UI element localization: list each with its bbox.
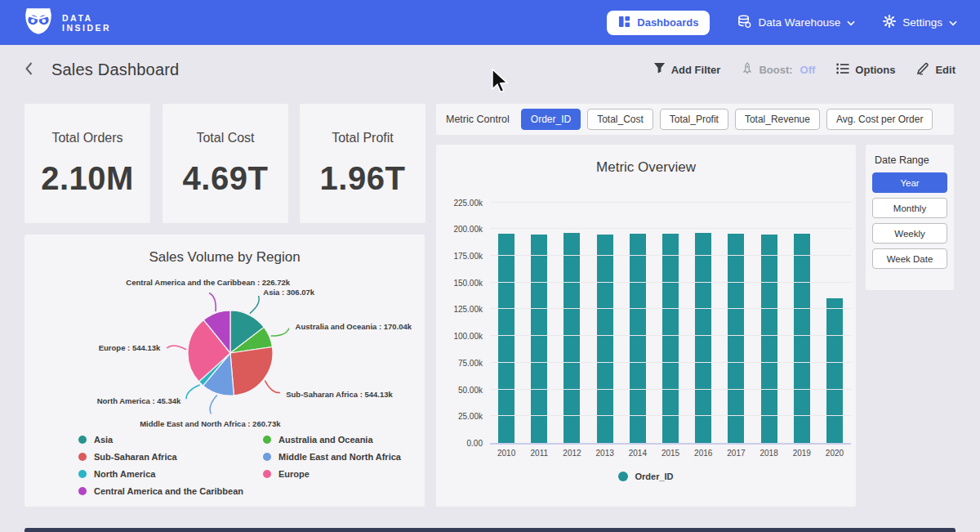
page-header: Sales Dashboard Add Filter Boost: Off xyxy=(0,45,980,94)
bar-slot xyxy=(719,197,752,443)
metric-option-total-profit[interactable]: Total_Profit xyxy=(660,109,728,130)
x-tick-2015: 2015 xyxy=(654,449,687,458)
legend-item-central-america-and-the-caribbean[interactable]: Central America and the Caribbean xyxy=(78,486,263,496)
legend-label: Australia and Oceania xyxy=(278,435,373,445)
boost-toggle[interactable]: Boost: Off xyxy=(742,62,815,77)
bar-slot xyxy=(654,197,687,443)
add-filter-button[interactable]: Add Filter xyxy=(653,62,721,77)
bar-2017[interactable] xyxy=(728,234,744,443)
brand-line2: INSIDER xyxy=(62,23,111,33)
metric-control-bar: Metric Control Order_IDTotal_CostTotal_P… xyxy=(436,104,954,135)
y-axis-tick: 50.00k xyxy=(458,385,483,394)
pie-callout-sub-saharan-africa: Sub-Saharan Africa : 544.13k xyxy=(286,390,393,399)
pie-callout-australia-and-oceania: Australia and Oceania : 170.04k xyxy=(296,322,412,331)
x-tick-2013: 2013 xyxy=(589,449,621,458)
options-button[interactable]: Options xyxy=(836,63,895,77)
x-tick-2011: 2011 xyxy=(523,449,555,458)
legend-label: North America xyxy=(94,469,155,479)
bar-2018[interactable] xyxy=(761,235,777,443)
chevron-left-icon xyxy=(24,62,33,78)
metric-options: Order_IDTotal_CostTotal_ProfitTotal_Reve… xyxy=(521,109,933,130)
bar-slot xyxy=(687,197,719,443)
metric-option-total-cost[interactable]: Total_Cost xyxy=(587,109,653,130)
x-tick-2018: 2018 xyxy=(753,449,786,458)
header-actions: Add Filter Boost: Off xyxy=(653,62,956,78)
bar-2013[interactable] xyxy=(597,235,613,443)
legend-label: Asia xyxy=(94,435,113,445)
legend-item-europe[interactable]: Europe xyxy=(263,469,401,479)
legend-dot xyxy=(78,487,87,495)
bar-chart-plot: 225.00k200.00k175.00k150.00k125.00k100.0… xyxy=(490,197,851,445)
pie-slice-sub-saharan-africa[interactable] xyxy=(230,347,273,396)
kpi-value: 2.10M xyxy=(41,160,134,197)
legend-item-australia-and-oceania[interactable]: Australia and Oceania xyxy=(263,435,401,445)
gear-icon xyxy=(883,15,896,30)
dashboards-button[interactable]: Dashboards xyxy=(607,11,710,35)
brand-line1: DATA xyxy=(62,13,111,23)
y-axis-tick: 0.00 xyxy=(467,439,483,448)
bar-2015[interactable] xyxy=(662,234,679,443)
y-axis-tick: 175.00k xyxy=(453,251,483,260)
bar-2019[interactable] xyxy=(794,234,810,443)
gridline xyxy=(490,282,851,283)
legend-label: Middle East and North Africa xyxy=(278,452,401,462)
bar-slot xyxy=(753,197,786,443)
bar-2010[interactable] xyxy=(498,234,514,443)
pie-callout-north-america: North America : 45.34k xyxy=(97,396,181,405)
legend-dot xyxy=(78,470,87,478)
bar-2011[interactable] xyxy=(531,235,547,443)
pie-chart: Asia : 306.07kAustralia and Oceania : 17… xyxy=(24,262,425,432)
owl-logo-icon xyxy=(23,7,54,39)
date-range-week-date[interactable]: Week Date xyxy=(872,248,947,269)
bar-legend-item[interactable]: Order_ID xyxy=(436,472,856,481)
settings-label: Settings xyxy=(902,16,942,29)
pie-legend-column: AsiaSub-Saharan AfricaNorth AmericaCentr… xyxy=(78,435,263,496)
pie-chart-card: Sales Volume by Region Asia : 306.07kAus… xyxy=(24,235,425,507)
legend-item-asia[interactable]: Asia xyxy=(78,435,263,445)
top-nav-menu: Dashboards Data Warehouse xyxy=(607,11,957,35)
bar-2016[interactable] xyxy=(695,233,711,443)
filter-funnel-icon xyxy=(653,62,666,77)
x-axis-labels: 2010201120122013201420152016201720182019… xyxy=(490,449,851,458)
pie-callout-europe: Europe : 544.13k xyxy=(99,343,161,352)
bar-2020[interactable] xyxy=(826,298,843,443)
legend-dot xyxy=(78,453,87,461)
x-tick-2012: 2012 xyxy=(555,449,588,458)
bar-slot xyxy=(621,197,654,443)
legend-label: Europe xyxy=(278,469,310,479)
x-tick-2019: 2019 xyxy=(786,449,818,458)
metric-control-label: Metric Control xyxy=(446,114,510,125)
metric-option-total-revenue[interactable]: Total_Revenue xyxy=(735,109,820,130)
date-range-weekly[interactable]: Weekly xyxy=(872,223,947,244)
bar-slot xyxy=(589,197,621,443)
bar-slot xyxy=(490,197,523,443)
x-tick-2016: 2016 xyxy=(687,449,719,458)
date-range-monthly[interactable]: Monthly xyxy=(872,198,947,218)
y-axis-tick: 25.00k xyxy=(458,412,483,421)
brand-home-link[interactable]: DATA INSIDER xyxy=(23,7,111,39)
kpi-label: Total Cost xyxy=(196,131,254,145)
back-button[interactable] xyxy=(24,62,33,78)
y-axis-tick: 125.00k xyxy=(453,305,483,314)
pie-callout-middle-east-and-north-africa: Middle East and North Africa : 260.73k xyxy=(140,419,281,428)
y-axis-tick: 150.00k xyxy=(453,278,483,287)
legend-item-middle-east-and-north-africa[interactable]: Middle East and North Africa xyxy=(263,452,401,462)
pie-leader-line xyxy=(210,395,217,414)
date-range-year[interactable]: Year xyxy=(872,172,947,193)
edit-button[interactable]: Edit xyxy=(916,62,956,78)
bar-series xyxy=(490,197,851,443)
bottom-scroll-strip[interactable] xyxy=(24,528,956,532)
metric-option-order-id[interactable]: Order_ID xyxy=(521,109,581,130)
gridline xyxy=(490,415,851,416)
legend-item-north-america[interactable]: North America xyxy=(78,469,263,479)
page-title: Sales Dashboard xyxy=(51,60,179,79)
legend-item-sub-saharan-africa[interactable]: Sub-Saharan Africa xyxy=(78,452,263,462)
pie-leader-line xyxy=(271,329,289,336)
pie-callout-asia: Asia : 306.07k xyxy=(263,288,315,297)
metric-option-avg-cost-per-order[interactable]: Avg. Cost per Order xyxy=(826,109,933,130)
bar-2014[interactable] xyxy=(630,234,646,443)
settings-menu[interactable]: Settings xyxy=(883,15,957,30)
data-warehouse-menu[interactable]: Data Warehouse xyxy=(737,15,855,31)
bar-2012[interactable] xyxy=(564,233,580,443)
date-range-panel: Date Range YearMonthlyWeeklyWeek Date xyxy=(866,145,954,290)
